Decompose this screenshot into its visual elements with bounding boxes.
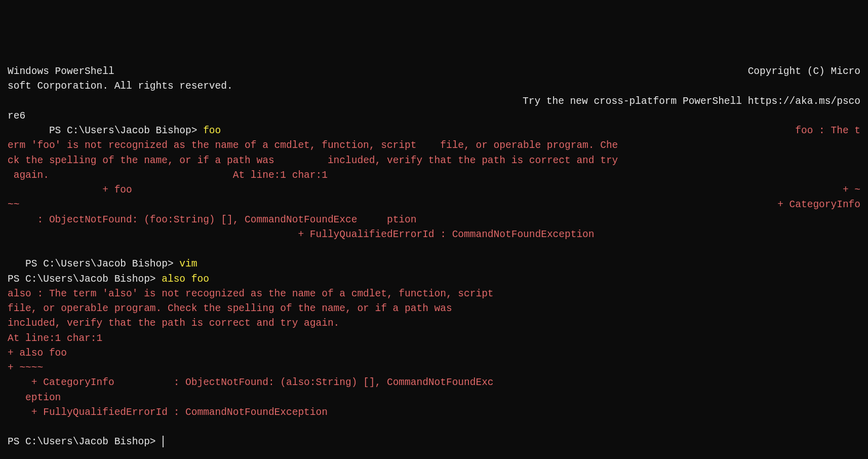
command-vim: vim [179,258,197,270]
error-2-line-5: + also foo [8,348,67,359]
error-2-line-2: file, or operable program. Check the spe… [8,303,452,314]
error-1-line-4b: + ~ [843,183,860,198]
final-prompt: PS C:\Users\Jacob Bishop> [8,436,162,447]
cursor-icon [163,436,164,447]
command-foo: foo [203,125,221,136]
error-1-line-2a: ck the spelling of the name, or if a pat… [8,155,274,166]
error-2-line-7: + CategoryInfo : ObjectNotFound: (also:S… [8,377,494,388]
error-2-line-1: also : The term 'also' is not recognized… [8,288,494,299]
error-1-line-7: + FullyQualifiedErrorId : CommandNotFoun… [298,229,594,240]
indent-1 [8,125,49,136]
try-new-wrap: re6 [8,110,25,122]
terminal-output[interactable]: Windows PowerShellCopyright (C) Micro so… [8,64,860,450]
error-1-line-5a: ~~ [8,199,19,210]
error-1-line-5b: + CategoryInfo [777,198,860,212]
error-1-line-4a: + foo [102,184,132,196]
error-2-line-8: eption [8,392,61,403]
error-1-line-2b: included, verify that the path is correc… [328,155,618,166]
try-new-text: Try the new cross-platform PowerShell ht… [523,94,860,109]
error-1-start: foo : The t [795,124,860,138]
error-2-line-4: At line:1 char:1 [8,333,102,344]
error-2-line-3: included, verify that the path is correc… [8,318,339,329]
error-2-line-9: + FullyQualifiedErrorId : CommandNotFoun… [8,407,328,418]
error-1-line-6: : ObjectNotFound: (foo:String) [], Comma… [8,214,416,225]
prompt-2: PS C:\Users\Jacob Bishop> [25,258,179,270]
prompt-1: PS C:\Users\Jacob Bishop> [49,125,203,136]
error-2-line-6: + ~~~~ [8,362,43,373]
copyright-wrap: soft Corporation. All rights reserved. [8,81,233,92]
powershell-title: Windows PowerShell [8,66,114,77]
error-1-line-1: erm 'foo' is not recognized as the name … [8,140,618,151]
copyright-text: Copyright (C) Micro [748,64,860,79]
error-1-line-3a: again. [8,170,49,181]
prompt-3: PS C:\Users\Jacob Bishop> [8,274,162,285]
indent-2 [8,258,25,270]
error-1-line-3b: At line:1 char:1 [233,170,328,181]
command-also-foo: also foo [162,274,209,285]
